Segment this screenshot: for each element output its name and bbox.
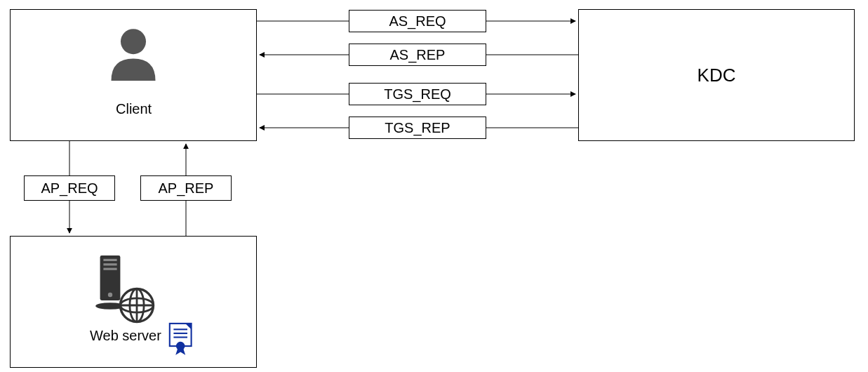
svg-point-5 [108,293,112,297]
svg-rect-3 [103,263,116,265]
tgs-req-box: TGS_REQ [349,83,486,105]
client-node: Client [10,9,257,141]
diagram-stage: Client KDC Web server [0,0,868,372]
as-rep-label: AS_REP [390,47,446,63]
webserver-node: Web server [10,236,257,368]
person-icon [102,20,165,91]
tgs-rep-label: TGS_REP [385,120,450,136]
webserver-label: Web server [90,328,161,344]
tgs-req-label: TGS_REQ [384,86,451,102]
client-label: Client [116,101,152,117]
svg-rect-2 [103,259,116,261]
svg-rect-4 [103,268,116,270]
as-rep-box: AS_REP [349,44,486,66]
as-req-label: AS_REQ [389,13,446,29]
certificate-icon [168,322,197,357]
kdc-node: KDC [578,9,855,141]
ap-req-box: AP_REQ [24,175,115,201]
globe-icon [117,286,156,325]
ap-req-label: AP_REQ [41,180,98,197]
ap-rep-box: AP_REP [140,175,232,201]
as-req-box: AS_REQ [349,10,486,32]
svg-point-0 [121,29,146,54]
tgs-rep-box: TGS_REP [349,117,486,139]
ap-rep-label: AP_REP [159,180,214,197]
kdc-label: KDC [697,65,736,86]
